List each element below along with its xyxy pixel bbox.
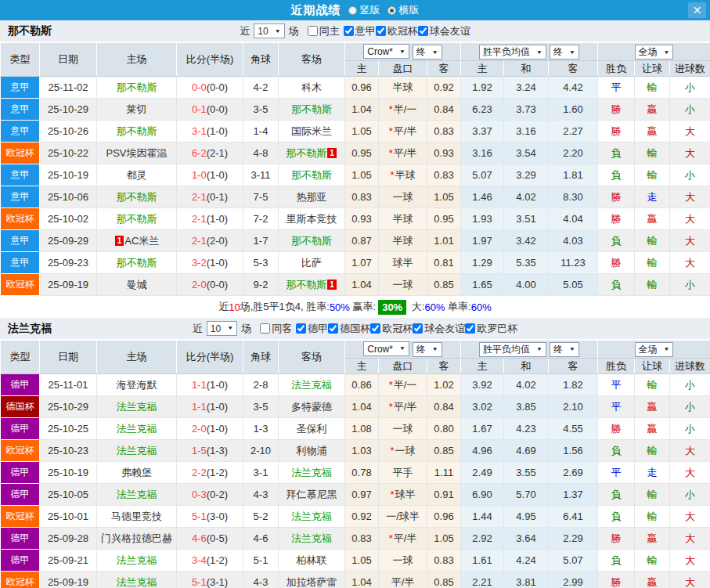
final-avg-select[interactable]: 终▼ <box>550 45 579 60</box>
table-row: 意甲 25-10-19 都灵 1-0(1-0) 3-11 那不勒斯 1.05 *… <box>1 164 710 186</box>
handicap-home-odds: 1.07 <box>345 252 379 274</box>
avg-home-odds: 1.67 <box>461 418 504 440</box>
result-handicap: 輸 <box>635 374 670 396</box>
games-count-select[interactable]: 10▼ <box>207 321 237 336</box>
chevron-down-icon: ▼ <box>536 49 542 54</box>
match-date: 25-10-19 <box>40 462 97 484</box>
league-filter[interactable]: 德甲 <box>296 322 328 336</box>
league-checkbox[interactable] <box>344 26 354 36</box>
handicap-away-odds: 0.83 <box>427 164 461 186</box>
radio-selected-icon[interactable] <box>387 6 396 15</box>
avg-draw-odds: 3.24 <box>504 77 549 99</box>
league-filter[interactable]: 欧冠杯 <box>370 322 413 336</box>
halftime-score: (1-2) <box>207 467 228 478</box>
league-filter[interactable]: 欧冠杯 <box>376 24 418 38</box>
league-checkbox[interactable] <box>376 26 386 36</box>
score-cell: 3-4(1-2) <box>177 550 243 572</box>
same-venue-filter[interactable]: 同客 <box>260 322 292 336</box>
match-date: 25-10-29 <box>40 99 97 121</box>
result-handicap: 贏 <box>635 396 670 418</box>
col-date: 日期 <box>40 43 97 77</box>
avg-group-header: 胜平负均值▼终▼ <box>461 43 598 61</box>
team-name-text: 热那亚 <box>297 191 327 203</box>
col-result-goals: 进球数 <box>670 359 710 374</box>
radio-unselected-icon[interactable] <box>348 6 357 15</box>
league-badge: 欧冠杯 <box>1 440 40 462</box>
league-filter[interactable]: 意甲 <box>344 24 376 38</box>
layout-radio-label[interactable]: 竖版 <box>360 3 380 17</box>
handicap-line: *平/半 <box>379 142 427 164</box>
team-name-text: 那不勒斯 <box>117 81 157 93</box>
avg-draw-odds: 4.00 <box>504 274 549 296</box>
away-team-cell: 热那亚 <box>279 186 345 208</box>
scope-select[interactable]: 全场▼ <box>635 342 674 357</box>
league-checkbox[interactable] <box>465 323 475 334</box>
final-odds-select[interactable]: 终▼ <box>413 45 442 60</box>
handicap-home-odds: 0.86 <box>345 374 379 396</box>
final-avg-select[interactable]: 终▼ <box>550 342 579 357</box>
layout-radio-label[interactable]: 横版 <box>399 3 420 17</box>
bookmaker-select[interactable]: Crow*▼ <box>363 44 409 59</box>
avg-away-odds: 5.05 <box>549 274 598 296</box>
bookmaker-select[interactable]: Crow*▼ <box>363 341 409 356</box>
home-team-cell: 法兰克福 <box>97 440 177 462</box>
league-checkbox[interactable] <box>413 323 423 334</box>
handicap-away-odds: 0.84 <box>427 99 461 121</box>
halftime-score: (1-2) <box>207 554 228 566</box>
result-outcome: 負 <box>598 164 635 186</box>
team-name-text: 马德里竞技 <box>111 510 162 522</box>
result-outcome: 勝 <box>598 99 635 121</box>
avg-draw-odds: 3.42 <box>504 230 549 252</box>
avg-home-odds: 2.21 <box>461 572 504 588</box>
league-badge: 德甲 <box>1 528 40 550</box>
near-label: 近 <box>193 322 203 336</box>
league-badge: 意甲 <box>1 186 40 208</box>
table-row: 意甲 25-10-06 那不勒斯 2-1(0-1) 7-5 热那亚 0.83 一… <box>1 186 710 208</box>
league-filter[interactable]: 欧罗巴杯 <box>465 322 517 336</box>
team-name-text: 柏林联 <box>297 554 327 566</box>
handicap-home-odds: 1.03 <box>345 440 379 462</box>
games-count-select[interactable]: 10▼ <box>254 23 284 38</box>
sub-avg-draw: 和 <box>504 61 549 77</box>
same-venue-filter[interactable]: 同主 <box>308 24 340 38</box>
result-outcome: 負 <box>598 230 635 252</box>
avg-away-odds: 4.03 <box>549 230 598 252</box>
result-goals: 大 <box>670 440 710 462</box>
result-outcome: 勝 <box>598 418 635 440</box>
league-filter[interactable]: 球会友谊 <box>413 322 465 336</box>
col-home: 主场 <box>97 43 177 77</box>
league-checkbox[interactable] <box>418 26 428 36</box>
match-date: 25-10-01 <box>40 506 97 528</box>
halftime-score: (1-0) <box>207 423 228 435</box>
league-filter[interactable]: 德国杯 <box>328 322 370 336</box>
scope-select[interactable]: 全场▼ <box>635 45 674 60</box>
avg-odds-select[interactable]: 胜平负均值▼ <box>479 45 546 60</box>
handicap-group-header: Crow*▼终▼ <box>345 43 461 61</box>
avg-odds-select[interactable]: 胜平负均值▼ <box>479 342 546 357</box>
sub-avg-away: 客 <box>549 359 598 374</box>
result-handicap: 輸 <box>635 440 670 462</box>
col-date: 日期 <box>40 341 97 374</box>
score-cell: 6-2(2-1) <box>177 142 243 164</box>
halftime-score: (0-5) <box>207 532 228 544</box>
close-icon[interactable]: ✕ <box>688 2 706 18</box>
score-cell: 0-1(0-0) <box>177 99 243 121</box>
score-cell: 1-5(1-3) <box>177 440 243 462</box>
away-team-cell: 科木 <box>279 77 345 99</box>
sub-avg-home: 主 <box>461 61 504 77</box>
final-odds-select[interactable]: 终▼ <box>413 342 442 357</box>
league-checkbox[interactable] <box>328 323 338 334</box>
match-date: 25-10-02 <box>40 208 97 230</box>
fulltime-score: 3-2 <box>192 257 207 269</box>
same-venue-checkbox[interactable] <box>308 26 318 36</box>
table-row: 意甲 25-09-29 1AC米兰 2-1(2-0) 1-7 那不勒斯 0.87… <box>1 230 710 252</box>
league-checkbox[interactable] <box>296 323 306 334</box>
league-checkbox[interactable] <box>370 323 380 334</box>
fulltime-score: 1-5 <box>192 445 207 456</box>
avg-home-odds: 1.44 <box>461 506 504 528</box>
avg-away-odds: 1.82 <box>549 374 598 396</box>
league-filter[interactable]: 球会友谊 <box>418 24 470 38</box>
same-venue-checkbox[interactable] <box>260 323 270 334</box>
section-header-frankfurt: 法兰克福 近 10▼ 场 同客 德甲德国杯欧冠杯球会友谊欧罗巴杯 <box>0 318 710 340</box>
team-name-text: 法兰克福 <box>291 467 332 478</box>
